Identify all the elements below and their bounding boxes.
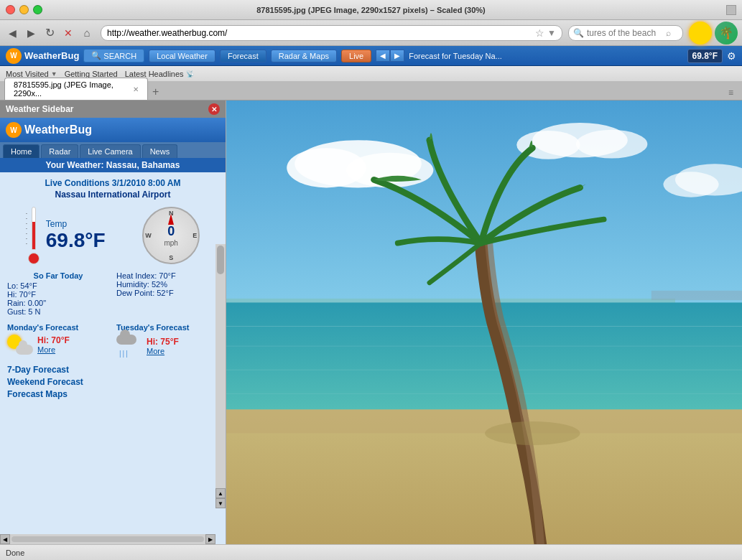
wb-gear-icon[interactable]: ⚙: [727, 50, 736, 62]
scroll-thumb[interactable]: [217, 246, 224, 274]
weatherbug-sidebar-content: W WeatherBug Home Radar Live Camera News…: [0, 118, 226, 544]
sidebar-title: Weather Sidebar: [6, 104, 73, 114]
dropdown-arrow-icon[interactable]: ▼: [547, 28, 556, 38]
thermometer-graphic: ‐ ‐ ‐ ‐ ‐ ‐ ‐: [26, 207, 42, 264]
new-tab-button[interactable]: +: [148, 84, 163, 100]
tuesday-weather-icon: |||: [116, 335, 142, 358]
sidebar-close-button[interactable]: ✕: [208, 103, 220, 115]
cloud-icon: [16, 345, 33, 355]
stop-button[interactable]: ✕: [60, 25, 76, 41]
address-input[interactable]: [107, 28, 535, 38]
sidebar-tab-live-camera[interactable]: Live Camera: [80, 144, 140, 158]
therm-scale: ‐ ‐ ‐ ‐ ‐ ‐ ‐: [26, 210, 27, 246]
scroll-down-arrow[interactable]: ▼: [215, 498, 226, 508]
monday-hi-temp: Hi: 70°F: [37, 335, 70, 345]
wb-forecast-text: Forecast for Tuesday Na...: [409, 52, 682, 60]
main-content-area: Weather Sidebar ✕ W WeatherBug Home Rada…: [0, 101, 742, 544]
wb-sidebar-logo-bar: W WeatherBug: [0, 118, 226, 142]
forecast-maps-link[interactable]: Forecast Maps: [7, 389, 218, 399]
sunny-icon: [689, 22, 712, 45]
weekend-forecast-link[interactable]: Weekend Forecast: [7, 377, 218, 387]
refresh-button[interactable]: ↻: [42, 25, 57, 41]
bookmark-star-icon[interactable]: ☆: [535, 27, 544, 39]
sidebar-tab-news[interactable]: News: [142, 144, 178, 158]
weatherbug-logo: W WeatherBug: [6, 48, 79, 64]
monday-more-link[interactable]: More: [37, 345, 70, 354]
home-button[interactable]: ⌂: [79, 25, 95, 41]
tuesday-forecast-label: Tuesday's Forecast: [116, 323, 218, 332]
wb-local-weather-button[interactable]: Local Weather: [149, 50, 215, 62]
weatherbug-toolbar: W WeatherBug 🔍 SEARCH Local Weather Fore…: [0, 46, 742, 66]
search-input[interactable]: [587, 28, 666, 38]
weather-stats: So Far Today Lo: 54°F Hi: 70°F Rain: 0.0…: [7, 271, 218, 316]
wb-prev-button[interactable]: ◀: [376, 50, 390, 62]
tab-1[interactable]: 87815595.jpg (JPEG Image, 2290x... ✕: [4, 78, 148, 100]
horiz-scroll-track[interactable]: [11, 536, 204, 542]
scroll-up-arrow[interactable]: ▲: [215, 488, 226, 498]
seven-day-forecast-link[interactable]: 7-Day Forecast: [7, 365, 218, 375]
wb-sidebar-tabs: Home Radar Live Camera News: [0, 142, 226, 158]
sidebar-header: Weather Sidebar ✕: [0, 101, 226, 118]
minimize-button[interactable]: [19, 5, 29, 14]
window-title: 87815595.jpg (JPEG Image, 2290x1527 pixe…: [256, 6, 486, 14]
status-text: Done: [6, 549, 24, 557]
image-content-area: [226, 101, 742, 544]
wb-next-button[interactable]: ▶: [390, 50, 404, 62]
wb-sidebar-logo: W WeatherBug: [6, 122, 92, 138]
scroll-right-arrow[interactable]: ▶: [205, 534, 215, 544]
wb-live-button[interactable]: Live: [341, 50, 371, 62]
wb-forecast-button[interactable]: Forecast: [220, 50, 266, 62]
stats-right: Heat Index: 70°F Humidity: 52% Dew Point…: [116, 271, 218, 316]
wb-radar-maps-button[interactable]: Radar & Maps: [271, 50, 337, 62]
search-submit-icon[interactable]: ⌕: [666, 28, 671, 38]
tuesday-more-link[interactable]: More: [147, 347, 179, 355]
wind-compass: N S E W 0 mph: [142, 207, 200, 264]
so-far-today-label: So Far Today: [7, 271, 109, 280]
wb-logo-text: WeatherBug: [24, 50, 79, 61]
wind-speed-display: 0 mph: [164, 224, 177, 247]
compass-south-label: S: [169, 254, 173, 261]
latest-headlines-bookmark[interactable]: Latest Headlines 📡: [125, 70, 194, 78]
svg-point-7: [576, 130, 647, 159]
gust-value: Gust: 5 N: [7, 307, 109, 316]
scroll-left-arrow[interactable]: ◀: [0, 534, 10, 544]
compass-arrow-icon: [168, 214, 174, 225]
lo-temp: Lo: 54°F: [7, 281, 109, 290]
maximize-button[interactable]: [33, 5, 42, 14]
tuesday-forecast-detail: ||| Hi: 75°F More: [116, 335, 218, 358]
monday-weather-icon: [7, 335, 33, 355]
rain-cloud-icon: [116, 335, 136, 345]
horizontal-scrollbar[interactable]: ◀ ▶: [0, 534, 215, 544]
back-button[interactable]: ◀: [4, 25, 20, 41]
sidebar-tab-radar[interactable]: Radar: [41, 144, 78, 158]
most-visited-bookmark[interactable]: Most Visited ▼: [6, 70, 57, 78]
svg-rect-17: [226, 409, 742, 433]
forward-button[interactable]: ▶: [23, 25, 39, 41]
nav-toolbar: ◀ ▶ ↻ ✕ ⌂ ☆ ▼ 🔍 ⌕ 🌴: [0, 20, 742, 46]
therm-fill: [32, 222, 35, 249]
tab-1-close-icon[interactable]: ✕: [133, 85, 139, 93]
tree-icon: 🌴: [715, 22, 738, 45]
search-bar-container: 🔍 ⌕: [568, 25, 683, 41]
thermometer-section: ‐ ‐ ‐ ‐ ‐ ‐ ‐ Temp 69.8°F: [26, 207, 106, 264]
vertical-scrollbar[interactable]: ▲ ▼: [215, 244, 226, 508]
tab-1-label: 87815595.jpg (JPEG Image, 2290x...: [14, 80, 129, 98]
compass-east-label: E: [193, 232, 197, 239]
close-button[interactable]: [6, 5, 15, 14]
chevron-down-icon: ▼: [51, 70, 57, 78]
temp-wind-section: ‐ ‐ ‐ ‐ ‐ ‐ ‐ Temp 69.8°F N S: [7, 207, 218, 264]
address-bar-container: ☆ ▼: [101, 25, 562, 41]
weather-nav-icons: 🌴: [689, 22, 738, 45]
monday-forecast-detail: Hi: 70°F More: [7, 335, 109, 355]
wb-search-button[interactable]: 🔍 SEARCH: [83, 49, 144, 62]
sidebar-tab-home[interactable]: Home: [3, 144, 40, 158]
tab-menu-icon[interactable]: ≡: [724, 85, 738, 100]
getting-started-bookmark[interactable]: Getting Started: [65, 70, 118, 78]
rss-icon: 📡: [186, 70, 194, 78]
wb-logo-icon: W: [6, 48, 22, 64]
therm-bulb: [28, 253, 40, 264]
wind-speed-value: 0: [164, 224, 177, 239]
weather-sidebar: Weather Sidebar ✕ W WeatherBug Home Rada…: [0, 101, 226, 544]
svg-point-19: [485, 421, 580, 445]
compass-west-label: W: [145, 232, 152, 239]
